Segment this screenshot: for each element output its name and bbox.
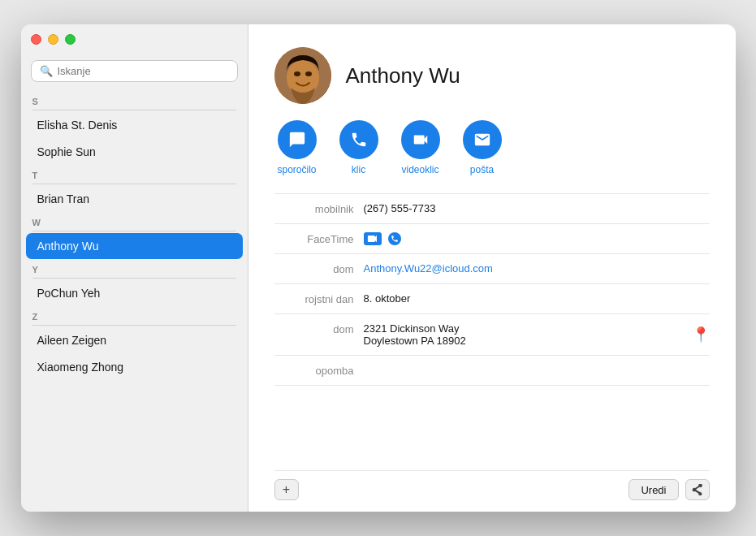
videocall-button[interactable]: videoklic — [401, 120, 440, 175]
section-letter-y: Y — [21, 260, 248, 276]
edit-button[interactable]: Uredi — [629, 479, 678, 500]
mobile-label: mobilnik — [274, 202, 364, 215]
info-section: mobilnik (267) 555-7733 FaceTime — [274, 193, 710, 470]
section-letter-w: W — [21, 213, 248, 229]
videocall-icon-circle — [401, 120, 440, 159]
mail-button[interactable]: pošta — [463, 120, 502, 175]
search-icon: 🔍 — [40, 65, 53, 77]
contact-item-anthony-wu[interactable]: Anthony Wu — [26, 233, 243, 259]
sidebar: 🔍 S Elisha St. Denis Sophie Sun T Brian … — [21, 24, 248, 512]
facetime-video-icon[interactable] — [364, 232, 382, 245]
bottom-left: + — [274, 479, 299, 500]
message-icon-circle — [278, 120, 317, 159]
contact-item[interactable]: PoChun Yeh — [26, 280, 243, 306]
share-button[interactable] — [685, 479, 710, 500]
address-value: 2321 Dickinson Way Doylestown PA 18902 — [364, 322, 710, 347]
facetime-phone-icon[interactable] — [388, 232, 401, 245]
avatar — [274, 47, 331, 104]
birthday-label: rojstni dan — [274, 292, 364, 305]
search-input[interactable] — [58, 65, 229, 77]
birthday-row: rojstni dan 8. oktober — [274, 284, 710, 314]
add-button[interactable]: + — [274, 479, 299, 500]
call-button[interactable]: klic — [339, 120, 378, 175]
call-icon-circle — [339, 120, 378, 159]
bottom-bar: + Uredi — [274, 470, 710, 512]
svg-point-3 — [305, 71, 312, 76]
contact-item[interactable]: Xiaomeng Zhong — [26, 354, 243, 380]
detail-panel: Anthony Wu sporočilo klic — [248, 24, 736, 512]
mobile-value[interactable]: (267) 555-7733 — [364, 202, 710, 214]
divider — [32, 325, 236, 326]
divider — [32, 184, 236, 184]
divider — [32, 278, 236, 279]
email-value[interactable]: Anthony.Wu22@icloud.com — [364, 262, 710, 274]
facetime-label: FaceTime — [274, 232, 364, 245]
videocall-label: videoklic — [402, 164, 439, 175]
divider — [32, 231, 236, 231]
address-row: dom 2321 Dickinson Way Doylestown PA 189… — [274, 314, 710, 356]
contact-item[interactable]: Brian Tran — [26, 186, 243, 212]
action-buttons: sporočilo klic videoklic — [274, 120, 710, 175]
mobile-row: mobilnik (267) 555-7733 — [274, 194, 710, 224]
contacts-list: S Elisha St. Denis Sophie Sun T Brian Tr… — [21, 92, 248, 381]
contact-item[interactable]: Elisha St. Denis — [26, 112, 243, 138]
svg-point-2 — [294, 71, 300, 76]
contact-item[interactable]: Aileen Zeigen — [26, 327, 243, 353]
section-letter-t: T — [21, 166, 248, 182]
contact-item[interactable]: Sophie Sun — [26, 139, 243, 165]
contact-header: Anthony Wu — [274, 47, 710, 104]
close-button[interactable] — [31, 34, 41, 45]
fullscreen-button[interactable] — [65, 34, 76, 45]
search-bar: 🔍 — [21, 54, 248, 92]
message-label: sporočilo — [278, 164, 317, 175]
section-letter-z: Z — [21, 307, 248, 323]
map-pin-icon[interactable]: 📍 — [692, 326, 710, 344]
email-label: dom — [274, 262, 364, 275]
titlebar — [21, 24, 248, 54]
facetime-icons — [364, 232, 401, 245]
bottom-right: Uredi — [629, 479, 709, 500]
birthday-value: 8. oktober — [364, 292, 710, 305]
address-label: dom — [274, 322, 364, 335]
note-row: opomba — [274, 356, 710, 386]
contact-name: Anthony Wu — [346, 63, 460, 89]
divider — [32, 110, 236, 110]
email-row: dom Anthony.Wu22@icloud.com — [274, 254, 710, 284]
facetime-row: FaceTime — [274, 224, 710, 254]
note-label: opomba — [274, 364, 364, 377]
section-letter-s: S — [21, 92, 248, 108]
call-label: klic — [352, 164, 365, 175]
main-window: 🔍 S Elisha St. Denis Sophie Sun T Brian … — [21, 24, 736, 512]
search-wrapper[interactable]: 🔍 — [31, 60, 238, 82]
mail-icon-circle — [463, 120, 502, 159]
message-button[interactable]: sporočilo — [278, 120, 317, 175]
minimize-button[interactable] — [48, 34, 58, 45]
mail-label: pošta — [470, 164, 494, 175]
